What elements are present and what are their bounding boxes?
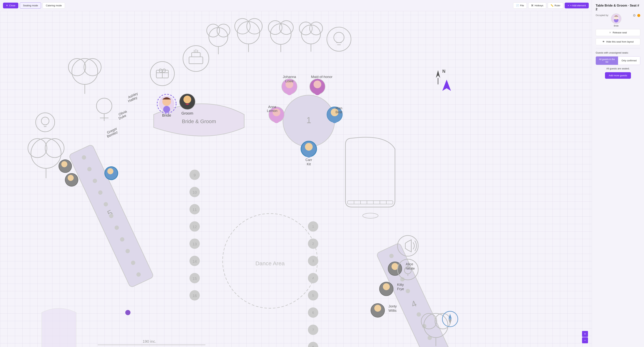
jonty-seat[interactable]: Jonty Willis bbox=[371, 304, 397, 317]
tree-decoration-4 bbox=[299, 22, 322, 52]
all-seated-message: All guests are seated. bbox=[596, 67, 640, 70]
bride-avatar-svg bbox=[612, 14, 621, 23]
file-button[interactable]: 📄 File bbox=[513, 2, 527, 8]
svg-text:16: 16 bbox=[192, 294, 197, 298]
seat-dots-right: 1 2 3 4 5 6 7 8 bbox=[308, 221, 318, 347]
canvas-content: Bride & Groom Bride Groom bbox=[0, 11, 592, 347]
carr-seat[interactable]: Carr Kit bbox=[301, 141, 316, 166]
svg-text:14: 14 bbox=[192, 259, 197, 263]
ruler-button[interactable]: 📏 Ruler bbox=[548, 2, 563, 8]
eye-off-icon: 👁 bbox=[602, 40, 605, 43]
svg-rect-120 bbox=[348, 201, 393, 204]
occupied-by-label: Occupied by: bbox=[596, 13, 609, 17]
svg-text:Johanna: Johanna bbox=[283, 75, 296, 79]
occupied-icons: ⚙ bbox=[633, 13, 640, 17]
table-5[interactable]: 5 bbox=[69, 144, 154, 288]
svg-text:Maid-of-honor: Maid-of-honor bbox=[311, 75, 332, 79]
filter-confirmed-button[interactable]: Only confirmed bbox=[618, 56, 640, 65]
svg-text:Lowe: Lowe bbox=[285, 79, 294, 83]
gift-icon bbox=[150, 61, 174, 86]
table-1[interactable]: 1 bbox=[283, 95, 335, 147]
close-button[interactable]: ✕ Close bbox=[3, 2, 18, 8]
tree-decoration-2 bbox=[235, 18, 262, 52]
svg-text:Lemon: Lemon bbox=[267, 109, 278, 113]
occupied-guest: Bride bbox=[611, 13, 622, 27]
marker-dot[interactable] bbox=[125, 310, 130, 315]
svg-text:6: 6 bbox=[312, 311, 314, 315]
seating-mode-button[interactable]: Seating mode bbox=[20, 2, 41, 8]
hotkeys-button[interactable]: ⌘ Hotkeys bbox=[528, 2, 546, 8]
svg-text:Alice: Alice bbox=[406, 262, 413, 266]
zoom-in-button[interactable]: + bbox=[582, 331, 588, 337]
maid-honor-seat[interactable]: Maid-of-honor bbox=[310, 75, 332, 95]
measure-text: 190 inc. bbox=[142, 339, 156, 344]
johanna-seat[interactable]: Johanna Lowe bbox=[282, 75, 297, 95]
svg-text:Kitty: Kitty bbox=[397, 283, 404, 287]
svg-point-178 bbox=[449, 318, 451, 320]
svg-marker-174 bbox=[442, 80, 451, 91]
guests-unassigned-label: Guests with unassigned seats: bbox=[596, 51, 640, 54]
add-more-guests-button[interactable]: Add more guests bbox=[605, 72, 631, 79]
svg-marker-171 bbox=[436, 70, 440, 78]
canvas-area: ✕ Close Seating mode Catering mode 📄 Fil… bbox=[0, 0, 592, 347]
tree-decoration-3 bbox=[268, 21, 293, 52]
svg-text:5: 5 bbox=[312, 294, 314, 297]
filter-tabs: All guests in the list Only confirmed bbox=[596, 56, 640, 65]
hotkeys-icon: ⌘ bbox=[531, 4, 534, 7]
svg-point-75 bbox=[305, 143, 313, 151]
tree-left-1 bbox=[68, 58, 101, 94]
svg-text:1: 1 bbox=[312, 225, 314, 229]
svg-point-7 bbox=[247, 18, 262, 34]
svg-point-14 bbox=[299, 22, 312, 35]
lightbulb-icon bbox=[327, 27, 351, 51]
svg-text:8: 8 bbox=[312, 345, 314, 347]
svg-point-62 bbox=[314, 89, 320, 95]
svg-point-6 bbox=[235, 18, 250, 34]
navigate-icon[interactable] bbox=[442, 80, 451, 91]
svg-text:2: 2 bbox=[312, 242, 314, 246]
hide-seat-button[interactable]: 👁 Hide this seat from layout bbox=[596, 38, 640, 45]
svg-point-28 bbox=[28, 139, 47, 158]
add-element-button[interactable]: + + Add element bbox=[565, 2, 589, 8]
status-dot bbox=[637, 14, 640, 17]
svg-point-11 bbox=[280, 21, 293, 34]
release-seat-button[interactable]: ✕ Release seat bbox=[596, 29, 640, 36]
svg-text:Jonty: Jonty bbox=[388, 304, 397, 308]
svg-text:Frye: Frye bbox=[397, 287, 404, 291]
lightbulb-left bbox=[36, 113, 55, 132]
svg-text:11: 11 bbox=[192, 207, 197, 212]
svg-point-2 bbox=[207, 24, 220, 37]
settings-icon-button[interactable]: ⚙ bbox=[633, 13, 636, 17]
guest-avatar bbox=[611, 13, 622, 24]
svg-point-24 bbox=[96, 98, 112, 114]
decoration-bottom-left bbox=[42, 308, 76, 347]
filter-all-button[interactable]: All guests in the list bbox=[596, 56, 618, 65]
svg-point-27 bbox=[31, 138, 61, 168]
svg-point-3 bbox=[217, 24, 230, 37]
tree-left-3 bbox=[28, 138, 64, 178]
svg-text:12: 12 bbox=[192, 225, 197, 229]
plus-icon: + bbox=[568, 4, 569, 7]
occupied-section: Occupied by: Bride ⚙ bbox=[596, 13, 640, 27]
svg-point-71 bbox=[332, 117, 338, 123]
north-arrow: N bbox=[436, 69, 446, 84]
anna-seat[interactable]: Anna Lemon bbox=[267, 105, 284, 123]
svg-point-117 bbox=[374, 305, 381, 312]
svg-point-15 bbox=[310, 22, 322, 35]
svg-point-76 bbox=[306, 151, 312, 157]
sidebar-title: Table Bride & Groom · Seat # 2 bbox=[596, 4, 640, 11]
svg-text:Groom: Groom bbox=[182, 111, 193, 115]
svg-point-61 bbox=[314, 81, 322, 88]
catering-mode-button[interactable]: Catering mode bbox=[42, 2, 65, 8]
svg-text:Willis: Willis bbox=[388, 309, 396, 313]
x-icon: ✕ bbox=[609, 31, 611, 34]
seat-dots-center: 9 10 11 12 13 14 15 16 bbox=[190, 170, 200, 301]
svg-text:Anna: Anna bbox=[268, 105, 276, 109]
piano bbox=[345, 137, 395, 218]
svg-text:10: 10 bbox=[192, 190, 197, 194]
cake-icon bbox=[183, 46, 209, 71]
groom-seat[interactable]: Groom bbox=[180, 94, 195, 115]
tree-decoration-1 bbox=[207, 24, 230, 54]
svg-text:Man: Man bbox=[336, 106, 342, 110]
zoom-out-button[interactable]: − bbox=[582, 337, 588, 343]
